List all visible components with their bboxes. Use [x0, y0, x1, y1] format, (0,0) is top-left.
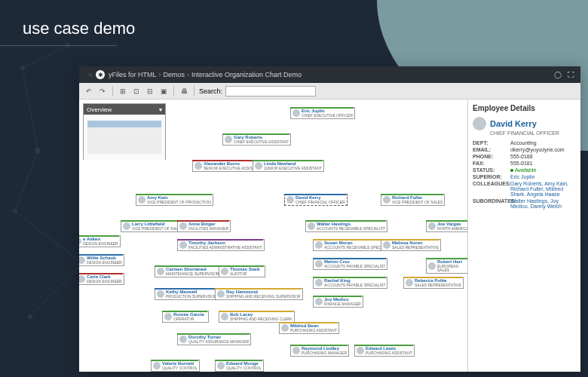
undo-icon[interactable]: ↶	[84, 86, 94, 97]
org-node[interactable]: Larry LittlefieldVICE PRESIDENT OF SALES	[121, 220, 185, 232]
org-node[interactable]: Valerie BurnettQUALITY CONTROL	[151, 360, 200, 372]
org-node[interactable]: Linda NewlandJUNIOR EXECUTIVE ASSISTANT	[253, 160, 324, 172]
topbar: ≡ ✱ yFiles for HTML › Demos › Interactiv…	[79, 66, 580, 83]
details-header: Employee Details	[473, 104, 576, 112]
org-node[interactable]: Timothy JacksonFACILITIES ADMINISTRATIVE…	[177, 239, 265, 251]
status-badge: Available	[510, 167, 576, 173]
org-node[interactable]: Kathy MaxwellPRODUCTION SUPERVISOR	[155, 288, 219, 300]
menu-icon[interactable]: ≡	[85, 69, 96, 80]
overview-panel[interactable]: Overview▾	[83, 103, 166, 160]
avatar	[473, 117, 486, 130]
breadcrumb-page: Interactive Organization Chart Demo	[191, 71, 302, 78]
overview-minimap[interactable]	[84, 115, 165, 160]
org-node[interactable]: Bob LaceySHIPPING AND RECEIVING CLERK	[219, 311, 295, 323]
svg-line-7	[23, 68, 38, 151]
org-node[interactable]: Thomas StarkAUDITOR	[219, 265, 265, 277]
search-label: Search:	[199, 87, 222, 95]
org-node[interactable]: Walter HastingsACCOUNTS RECEIVABLE SPECI…	[305, 220, 387, 232]
org-node[interactable]: Edward LewisPURCHASING ASSISTANT	[354, 345, 415, 357]
org-node[interactable]: Ray HammondSHIPPING AND RECEIVING SUPERV…	[215, 288, 303, 300]
org-node[interactable]: Melissa NorenSALES REPRESENTATIVE	[381, 239, 441, 251]
collapse-icon[interactable]: ▾	[159, 106, 162, 113]
svg-line-8	[15, 151, 38, 211]
colleagues-links[interactable]: Gary Roberts, Amy Kain, Richard Fuller, …	[510, 181, 576, 197]
org-node[interactable]: Dorothy TurnerQUALITY ASSURANCE MANAGER	[177, 333, 251, 345]
org-node[interactable]: Robert HartEUROPEAN SALES	[426, 258, 467, 274]
org-node[interactable]: Amy KainVICE PRESIDENT OF PRODUCTION	[136, 194, 213, 206]
org-node[interactable]: Joe VargasNORTH AMERICA	[426, 220, 467, 232]
overview-title: Overview	[87, 106, 112, 113]
breadcrumb-product[interactable]: yFiles for HTML	[109, 71, 157, 78]
org-node[interactable]: Willie SchaubDESIGN ENGINEER	[79, 254, 124, 266]
zoom-in-icon[interactable]: ⊞	[118, 86, 128, 97]
svg-line-6	[23, 45, 68, 68]
org-node[interactable]: Carmen ShortenedMAINTENANCE SUPERVISOR	[155, 265, 221, 277]
github-icon[interactable]: ◯	[554, 71, 562, 78]
redo-icon[interactable]: ↷	[97, 86, 108, 97]
details-role: CHIEF FINANCIAL OFFICER	[490, 130, 576, 136]
chevron-right-icon: ›	[187, 71, 189, 78]
search-input[interactable]	[225, 86, 316, 97]
org-node[interactable]: Melvin CruzACCOUNTS PAYABLE SPECIALIST	[313, 258, 387, 270]
fit-icon[interactable]: ▣	[158, 86, 169, 97]
org-node[interactable]: Anne BingerFACILITIES MANAGER	[177, 220, 231, 232]
svg-line-9	[15, 211, 83, 264]
org-node[interactable]: Eric JoplinCHIEF EXECUTIVE OFFICER	[290, 107, 355, 119]
org-node[interactable]: Richard FullerVICE PRESIDENT OF SALES	[381, 194, 445, 206]
toolbar: ↶ ↷ ⊞ ⊡ ⊟ ▣ 🖶 Search:	[79, 83, 580, 100]
org-node[interactable]: Gary RobertsCHIEF EXECUTIVE ASSISTANT	[222, 133, 291, 146]
logo-icon: ✱	[96, 70, 105, 79]
breadcrumb-section[interactable]: Demos	[164, 71, 185, 78]
title-underline	[0, 45, 117, 46]
page-title: use case demo	[23, 19, 135, 38]
print-icon[interactable]: 🖶	[179, 86, 189, 97]
details-employee-name: David Kerry	[473, 117, 576, 130]
fullscreen-icon[interactable]: ⛶	[568, 71, 574, 78]
org-node[interactable]: Joy MedicoFINANCE MANAGER	[313, 296, 363, 308]
org-chart-canvas[interactable]: Overview▾ Eric JoplinCHIEF EXECUTIVE OFF…	[79, 100, 467, 372]
app-window: ≡ ✱ yFiles for HTML › Demos › Interactiv…	[79, 66, 580, 372]
org-node[interactable]: Carla ClarkDESIGN ENGINEER	[79, 273, 124, 285]
svg-line-10	[30, 264, 83, 317]
subordinates-links[interactable]: Walter Hastings, Joy Medico, Danny Welch	[510, 198, 576, 209]
zoom-out-icon[interactable]: ⊟	[145, 86, 155, 97]
zoom-reset-icon[interactable]: ⊡	[131, 86, 142, 97]
superior-link[interactable]: Eric Joplin	[510, 174, 576, 179]
org-node[interactable]: Rachel KingACCOUNTS PAYABLE SPECIALIST	[313, 277, 387, 289]
org-node[interactable]: Mildred BeanPURCHASING ASSISTANT	[279, 322, 339, 334]
details-panel: Employee Details David Kerry CHIEF FINAN…	[467, 100, 580, 372]
org-node[interactable]: Rebecca PoliteSALES REPRESENTATIVE	[403, 277, 464, 289]
avatar	[292, 109, 300, 117]
org-node[interactable]: Raymond LindleyPURCHASING MANAGER	[290, 345, 349, 357]
org-node[interactable]: Ronnie GarciaOPERATOR	[162, 311, 209, 323]
org-node[interactable]: e AitkenDESIGN ENGINEER	[79, 235, 121, 247]
org-node[interactable]: Edward MongeQUALITY CONTROL	[215, 360, 264, 372]
org-node-selected[interactable]: David KerryCHIEF FINANCIAL OFFICER	[284, 194, 348, 206]
chevron-right-icon: ›	[159, 71, 161, 78]
